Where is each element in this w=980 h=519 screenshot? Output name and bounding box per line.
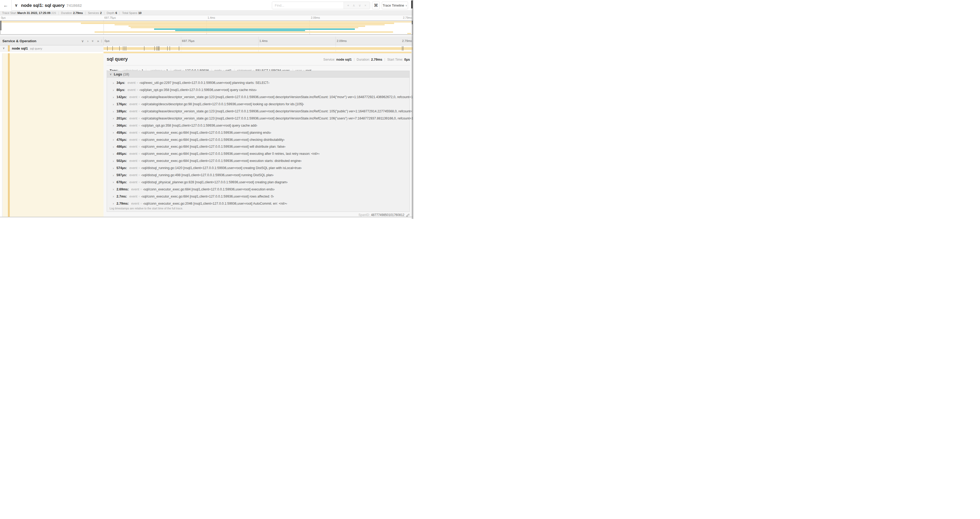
log-caret-icon[interactable]: ›	[113, 152, 114, 156]
back-button[interactable]: ←	[0, 0, 11, 11]
collapse-one-icon[interactable]: ∨	[81, 39, 84, 43]
minimap-span-bar	[154, 29, 355, 30]
logs-header[interactable]: ∨ Logs (18)	[107, 71, 409, 78]
log-entry-row[interactable]: ›142μs:event=‹sql/catalog/lease/descript…	[107, 94, 409, 101]
span-row[interactable]: ∨ node sql1sql query	[0, 45, 413, 52]
log-caret-icon[interactable]: ›	[113, 201, 114, 206]
log-caret-icon[interactable]: ›	[113, 131, 114, 134]
prev-result-icon[interactable]: ∧	[353, 3, 355, 7]
summary-item: Total Spans10	[122, 11, 142, 14]
next-result-icon[interactable]: ∨	[358, 3, 361, 7]
log-entry-row[interactable]: ›34μs:event=‹sql/exec_util.go:2297 [nsql…	[107, 79, 409, 86]
log-caret-icon[interactable]: ›	[113, 95, 114, 99]
viewport-left-drag-handle[interactable]	[0, 21, 1, 30]
log-event-value: ‹sql/catalog/descs/descriptor.go:98 [nsq…	[141, 102, 304, 106]
log-caret-icon[interactable]: ›	[113, 116, 114, 120]
log-field-name: event	[129, 159, 137, 163]
keyboard-shortcuts-button[interactable]: ⌘	[372, 2, 380, 9]
log-entry-row[interactable]: ›574μs:event=‹sql/distsql_running.go:142…	[107, 164, 409, 172]
log-caret-icon[interactable]: ›	[113, 166, 114, 170]
axis-tick-label: 697.75μs	[104, 16, 116, 19]
span-row-name-column[interactable]: ∨ node sql1sql query	[0, 45, 103, 52]
log-field-name: event	[127, 81, 136, 85]
log-entry-row[interactable]: ›486μs:event=‹sql/conn_executor_exec.go:…	[107, 143, 409, 150]
log-entry-row[interactable]: ›678μs:event=‹sql/distsql_physical_plann…	[107, 179, 409, 186]
log-entry-row[interactable]: ›2.69ms:event=‹sql/conn_executor_exec.go…	[107, 186, 409, 193]
log-entry-row[interactable]: ›476μs:event=‹sql/conn_executor_exec.go:…	[107, 136, 409, 143]
summary-item: Trace StartMarch 31 2022, 17:25:09.326	[2, 11, 56, 14]
log-marker-tick	[126, 46, 126, 51]
summary-value: March 31 2022, 17:25:09	[18, 11, 50, 14]
span-row-timeline[interactable]	[103, 45, 413, 52]
log-entry-row[interactable]: ›459μs:event=‹sql/conn_executor_exec.go:…	[107, 129, 409, 136]
log-caret-icon[interactable]: ›	[113, 81, 114, 85]
copy-link-icon[interactable]	[406, 213, 409, 217]
log-entry-row[interactable]: ›201μs:event=‹sql/catalog/lease/descript…	[107, 115, 409, 122]
log-equals: =	[137, 81, 138, 85]
log-caret-icon[interactable]: ›	[113, 180, 114, 184]
detail-divider	[107, 65, 410, 65]
log-event-value: ‹sql/conn_executor_exec.go:684 [nsql1,cl…	[141, 195, 274, 198]
log-event-value: ‹sql/conn_executor_exec.go:684 [nsql1,cl…	[143, 187, 275, 191]
detail-indent-column[interactable]	[3, 53, 103, 217]
collapse-trace-caret-icon[interactable]: ∨	[15, 0, 18, 11]
log-caret-icon[interactable]: ›	[113, 123, 114, 128]
collapse-all-icon[interactable]: »	[91, 40, 95, 42]
log-caret-icon[interactable]: ›	[113, 138, 114, 142]
log-field-name: event	[129, 95, 137, 99]
expand-one-icon[interactable]: ›	[87, 39, 88, 43]
clear-search-icon[interactable]: ×	[364, 3, 366, 7]
log-timestamp: 459μs:	[116, 131, 127, 134]
log-caret-icon[interactable]: ›	[113, 102, 114, 106]
span-service-name[interactable]: node sql1sql query	[12, 46, 42, 50]
find-input[interactable]	[272, 2, 344, 9]
log-entry-row[interactable]: ›2.7ms:event=‹sql/conn_executor_exec.go:…	[107, 193, 409, 200]
log-entry-row[interactable]: ›189μs:event=‹sql/catalog/lease/descript…	[107, 108, 409, 115]
divider-strip	[0, 35, 413, 37]
log-entry-row[interactable]: ›80μs:event=‹sql/plan_opt.go:358 [nsql1,…	[107, 86, 409, 94]
detail-operation-title: sql query	[107, 56, 128, 62]
meta-label: Service:	[323, 58, 335, 61]
back-arrow-icon: ←	[3, 3, 8, 8]
log-caret-icon[interactable]: ›	[113, 159, 114, 163]
log-entry-row[interactable]: ›176μs:event=‹sql/catalog/descs/descript…	[107, 101, 409, 108]
expand-all-icon[interactable]: »	[97, 39, 99, 43]
span-collapse-caret-icon[interactable]: ∨	[3, 46, 5, 50]
minimap-canvas[interactable]	[0, 21, 413, 35]
log-entry-row[interactable]: ›2.79ms:event=‹sql/conn_executor_exec.go…	[107, 200, 409, 207]
column-resize-handle[interactable]: ∥	[101, 39, 103, 43]
summary-label: Total Spans	[122, 11, 137, 14]
log-entry-row[interactable]: ›366μs:event=‹sql/plan_opt.go:358 [nsql1…	[107, 122, 409, 129]
minimap-span-bar	[175, 30, 305, 31]
log-marker-tick	[158, 46, 159, 51]
log-equals: =	[138, 102, 140, 106]
find-suffix-icons: ⌖ ∧ ∨ ×	[344, 2, 370, 9]
span-duration-bar[interactable]	[103, 47, 413, 50]
log-entry-row[interactable]: ›502μs:event=‹sql/conn_executor_exec.go:…	[107, 157, 409, 164]
log-entry-row[interactable]: ›495μs:event=‹sql/conn_executor_exec.go:…	[107, 150, 409, 157]
log-caret-icon[interactable]: ›	[113, 88, 114, 92]
log-event-value: ‹sql/catalog/lease/descriptor_version_st…	[141, 117, 413, 120]
log-caret-icon[interactable]: ›	[113, 145, 114, 149]
log-event-value: ‹sql/conn_executor_exec.go:684 [nsql1,cl…	[141, 145, 286, 149]
log-caret-icon[interactable]: ›	[113, 173, 114, 177]
locate-icon[interactable]: ⌖	[347, 3, 349, 8]
axis-tick-label: 2.79ms	[402, 37, 412, 45]
vertical-scrollbar[interactable]	[412, 0, 413, 219]
log-equals: =	[138, 96, 140, 99]
top-bar: ← ∨ node sql1: sql query 7418682 ⌖ ∧ ∨ ×…	[0, 0, 413, 11]
axis-tick-label: 2.09ms	[311, 16, 320, 19]
log-field-name: event	[129, 138, 137, 142]
scrollbar-thumb[interactable]	[411, 0, 412, 8]
log-caret-icon[interactable]: ›	[113, 109, 114, 113]
summary-value: 2	[100, 11, 102, 14]
log-caret-icon[interactable]: ›	[113, 187, 114, 191]
log-marker-tick	[159, 46, 159, 51]
log-entry-row[interactable]: ›597μs:event=‹sql/distsql_running.go:498…	[107, 172, 409, 179]
detail-header: sql query Service:node sql1Duration:2.79…	[107, 56, 410, 63]
trace-view-select[interactable]: Trace Timeline ∨	[382, 2, 408, 9]
log-equals: =	[138, 195, 140, 198]
meta-label: Start Time:	[387, 58, 403, 61]
log-caret-icon[interactable]: ›	[113, 194, 114, 198]
log-equals: =	[138, 145, 140, 148]
